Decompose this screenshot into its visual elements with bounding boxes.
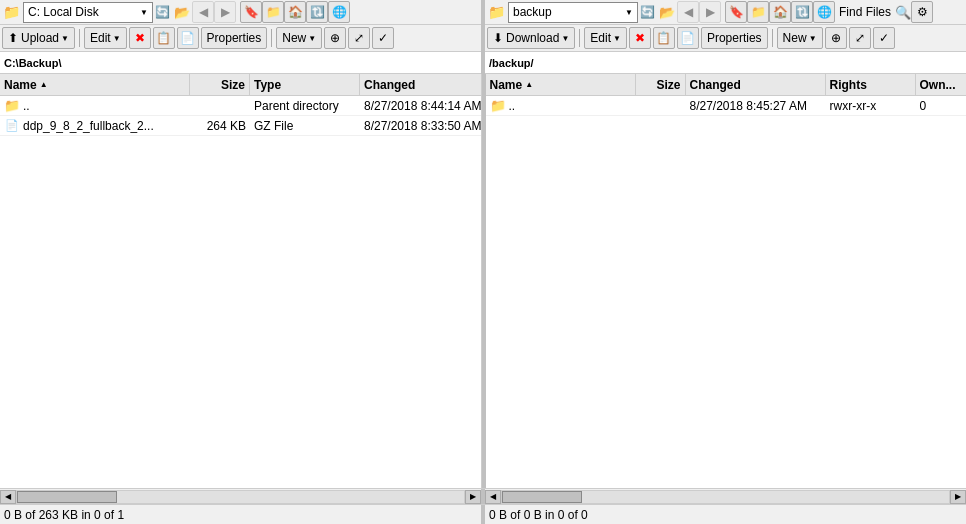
toolbar-sep-4 [772, 29, 773, 47]
left-scroll-left-arrow[interactable]: ◀ [0, 490, 16, 504]
left-path: C:\Backup\ [4, 57, 61, 69]
right-row1-rights: rwxr-xr-x [826, 96, 916, 116]
right-delete-icon[interactable]: ✖ [629, 27, 651, 49]
left-folder-icon: 📁 [3, 4, 20, 20]
right-scroll-bar[interactable]: ◀ ▶ [485, 489, 966, 504]
upload-arrow-icon: ▼ [61, 34, 69, 43]
right-up-folder-icon: 📁 [490, 98, 506, 114]
left-drive-select[interactable]: C: Local Disk ▼ [23, 2, 153, 23]
left-new-arrow-icon: ▼ [308, 34, 316, 43]
right-extra-icon[interactable]: ⚙ [911, 1, 933, 23]
right-newdir-icon[interactable]: 📂 [659, 5, 675, 20]
left-newfolder-icon[interactable]: 📁 [262, 1, 284, 23]
left-row1-name: 📁 .. [0, 96, 190, 116]
right-copy1-icon[interactable]: 📋 [653, 27, 675, 49]
left-drive-label: C: Local Disk [28, 5, 99, 19]
right-col-rights[interactable]: Rights [826, 74, 916, 96]
table-row[interactable]: 📁 .. 8/27/2018 8:45:27 AM rwxr-xr-x 0 [486, 96, 967, 116]
table-row[interactable]: 📁 .. Parent directory 8/27/2018 8:44:14 … [0, 96, 481, 116]
right-path: /backup/ [489, 57, 534, 69]
right-path-bar: /backup/ [485, 52, 966, 74]
upload-button[interactable]: ⬆ Upload ▼ [2, 27, 75, 49]
upload-label: Upload [21, 31, 59, 45]
toolbar-sep-1 [79, 29, 80, 47]
right-toolbar: ⬇ Download ▼ Edit ▼ ✖ 📋 📄 Properties New… [485, 25, 966, 52]
left-edit-button[interactable]: Edit ▼ [84, 27, 127, 49]
right-scroll-thumb[interactable] [502, 491, 582, 503]
left-sync-icon[interactable]: 🔄 [155, 5, 170, 19]
left-status-text: 0 B of 263 KB in 0 of 1 [4, 508, 124, 522]
left-ftp-icon[interactable]: 🌐 [328, 1, 350, 23]
left-file-panel: Name ▲ Size Type Changed 📁 .. [0, 74, 482, 488]
upload-icon: ⬆ [8, 31, 18, 45]
left-newdir-icon[interactable]: 📂 [174, 5, 190, 20]
left-scroll-thumb[interactable] [17, 491, 117, 503]
right-drive-select[interactable]: backup ▼ [508, 2, 638, 23]
right-file-panel: Name ▲ Size Changed Rights Own... 📁 .. [486, 74, 967, 488]
download-button[interactable]: ⬇ Download ▼ [487, 27, 575, 49]
left-refresh-icon[interactable]: 🔃 [306, 1, 328, 23]
right-drive-label: backup [513, 5, 552, 19]
right-scroll-left-arrow[interactable]: ◀ [485, 490, 501, 504]
left-copy1-icon[interactable]: 📋 [153, 27, 175, 49]
toolbar-sep-2 [271, 29, 272, 47]
left-bookmark-icon[interactable]: 🔖 [240, 1, 262, 23]
left-copy2-icon[interactable]: 📄 [177, 27, 199, 49]
right-col-owner[interactable]: Own... [916, 74, 967, 96]
right-properties-button[interactable]: Properties [701, 27, 768, 49]
left-back-btn[interactable]: ◀ [192, 1, 214, 23]
left-delete-icon[interactable]: ✖ [129, 27, 151, 49]
left-col-headers: Name ▲ Size Type Changed [0, 74, 481, 96]
find-files-icon[interactable]: 🔍 [895, 5, 911, 20]
left-row1-size [190, 96, 250, 116]
gz-file-icon: 📄 [4, 118, 20, 134]
toolbar-sep-3 [579, 29, 580, 47]
right-tb-icon1[interactable]: ⊕ [825, 27, 847, 49]
right-copy2-icon[interactable]: 📄 [677, 27, 699, 49]
right-new-arrow-icon: ▼ [809, 34, 817, 43]
left-forward-btn[interactable]: ▶ [214, 1, 236, 23]
right-scroll-right-arrow[interactable]: ▶ [950, 490, 966, 504]
main-content: Name ▲ Size Type Changed 📁 .. [0, 74, 966, 488]
right-home-icon[interactable]: 🏠 [769, 1, 791, 23]
right-tb-icon3[interactable]: ✓ [873, 27, 895, 49]
left-status: 0 B of 263 KB in 0 of 1 [0, 508, 481, 522]
right-row1-changed: 8/27/2018 8:45:27 AM [686, 96, 826, 116]
left-new-button[interactable]: New ▼ [276, 27, 322, 49]
right-bookmark-icon[interactable]: 🔖 [725, 1, 747, 23]
top-bar: 📁 C: Local Disk ▼ 🔄 📂 ◀ ▶ 🔖 📁 🏠 🔃 🌐 📁 ba… [0, 0, 966, 25]
right-back-btn[interactable]: ◀ [677, 1, 699, 23]
right-tb-icon2[interactable]: ⤢ [849, 27, 871, 49]
right-refresh-icon[interactable]: 🔃 [791, 1, 813, 23]
path-row: C:\Backup\ /backup/ [0, 52, 966, 74]
left-col-type[interactable]: Type [250, 74, 360, 96]
left-properties-button[interactable]: Properties [201, 27, 268, 49]
left-tb-icon3[interactable]: ✓ [372, 27, 394, 49]
right-new-button[interactable]: New ▼ [777, 27, 823, 49]
left-col-name[interactable]: Name ▲ [0, 74, 190, 96]
right-row1-name: 📁 .. [486, 96, 636, 116]
right-sync-icon[interactable]: 🔄 [640, 5, 655, 19]
left-scroll-bar[interactable]: ◀ ▶ [0, 489, 481, 504]
right-forward-btn[interactable]: ▶ [699, 1, 721, 23]
up-folder-icon: 📁 [4, 98, 20, 114]
right-ftp-icon[interactable]: 🌐 [813, 1, 835, 23]
left-home-icon[interactable]: 🏠 [284, 1, 306, 23]
left-col-changed[interactable]: Changed [360, 74, 481, 96]
left-row2-changed: 8/27/2018 8:33:50 AM [360, 116, 481, 136]
left-tb-icon1[interactable]: ⊕ [324, 27, 346, 49]
right-edit-button[interactable]: Edit ▼ [584, 27, 627, 49]
table-row[interactable]: 📄 ddp_9_8_2_fullback_2... 264 KB GZ File… [0, 116, 481, 136]
status-bar: 0 B of 263 KB in 0 of 1 0 B of 0 B in 0 … [0, 504, 966, 524]
left-properties-label: Properties [207, 31, 262, 45]
left-tb-icon2[interactable]: ⤢ [348, 27, 370, 49]
left-scroll-right-arrow[interactable]: ▶ [465, 490, 481, 504]
right-col-size[interactable]: Size [636, 74, 686, 96]
left-row2-size: 264 KB [190, 116, 250, 136]
right-edit-arrow-icon: ▼ [613, 34, 621, 43]
right-new-label: New [783, 31, 807, 45]
right-col-changed[interactable]: Changed [686, 74, 826, 96]
right-col-name[interactable]: Name ▲ [486, 74, 636, 96]
left-col-size[interactable]: Size [190, 74, 250, 96]
right-newfolder-icon[interactable]: 📁 [747, 1, 769, 23]
